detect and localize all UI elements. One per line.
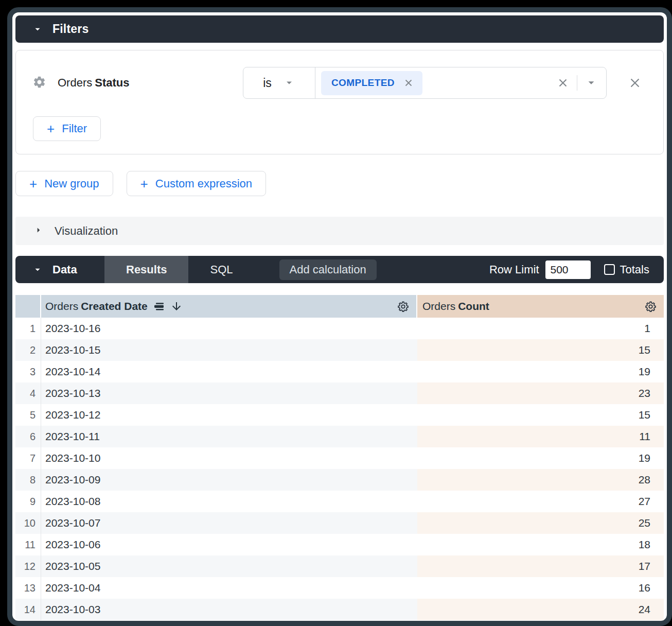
visualization-title: Visualization bbox=[55, 224, 118, 238]
table-row: 2 2023-10-15 15 bbox=[15, 339, 664, 361]
count-cell[interactable]: 19 bbox=[417, 447, 664, 469]
row-index: 4 bbox=[15, 382, 41, 404]
totals-checkbox[interactable] bbox=[604, 264, 615, 275]
table-row: 1 2023-10-16 1 bbox=[15, 318, 664, 339]
created-date-cell[interactable]: 2023-10-13 bbox=[41, 382, 417, 404]
row-index: 7 bbox=[15, 447, 41, 469]
table-row: 12 2023-10-05 17 bbox=[15, 555, 664, 577]
row-index: 10 bbox=[15, 512, 41, 534]
collapse-caret-icon[interactable] bbox=[32, 24, 43, 35]
count-cell[interactable]: 27 bbox=[417, 491, 664, 512]
sort-descending-arrow-icon[interactable] bbox=[170, 300, 183, 312]
row-index: 11 bbox=[15, 534, 41, 555]
created-date-cell[interactable]: 2023-10-06 bbox=[41, 534, 417, 555]
filters-title: Filters bbox=[52, 22, 89, 36]
explore-content: Filters OrdersStatus is bbox=[12, 12, 667, 623]
count-cell[interactable]: 24 bbox=[417, 599, 664, 620]
count-cell[interactable]: 1 bbox=[417, 318, 664, 339]
add-calculation-button[interactable]: Add calculation bbox=[279, 259, 377, 280]
created-date-cell[interactable]: 2023-10-03 bbox=[41, 599, 417, 620]
created-date-cell[interactable]: 2023-10-08 bbox=[41, 491, 417, 512]
filter-actions-row: + New group + Custom expression bbox=[15, 171, 664, 196]
row-limit-input[interactable] bbox=[545, 260, 591, 279]
count-cell[interactable]: 15 bbox=[417, 339, 664, 361]
visualization-section-header[interactable]: Visualization bbox=[15, 217, 664, 245]
count-cell[interactable]: 23 bbox=[417, 382, 664, 404]
row-index: 5 bbox=[15, 404, 41, 426]
created-date-cell[interactable]: 2023-10-16 bbox=[41, 318, 417, 339]
subtotal-icon bbox=[153, 300, 165, 312]
created-date-cell[interactable]: 2023-10-05 bbox=[41, 555, 417, 577]
row-index: 2 bbox=[15, 339, 41, 361]
created-date-cell[interactable]: 2023-10-14 bbox=[41, 361, 417, 382]
count-cell[interactable]: 17 bbox=[417, 555, 664, 577]
custom-expression-button[interactable]: + Custom expression bbox=[127, 171, 267, 196]
table-row: 8 2023-10-09 28 bbox=[15, 469, 664, 491]
count-cell[interactable]: 18 bbox=[417, 534, 664, 555]
count-cell[interactable]: 16 bbox=[417, 577, 664, 599]
row-index: 9 bbox=[15, 491, 41, 512]
data-title: Data bbox=[52, 263, 77, 276]
count-cell[interactable]: 15 bbox=[417, 404, 664, 426]
data-section-header: Data Results SQL Add calculation Row Lim… bbox=[15, 256, 664, 283]
app-window: Filters OrdersStatus is bbox=[7, 7, 672, 626]
filter-gear-icon[interactable] bbox=[32, 75, 46, 91]
row-index: 8 bbox=[15, 469, 41, 491]
results-table: Orders Created Date Orders Count bbox=[15, 295, 664, 620]
table-row: 3 2023-10-14 19 bbox=[15, 361, 664, 382]
created-date-cell[interactable]: 2023-10-04 bbox=[41, 577, 417, 599]
table-row: 7 2023-10-10 19 bbox=[15, 447, 664, 469]
gear-icon[interactable] bbox=[644, 300, 657, 313]
count-cell[interactable]: 25 bbox=[417, 512, 664, 534]
count-cell[interactable]: 11 bbox=[417, 426, 664, 447]
filter-value-chip: COMPLETED bbox=[321, 71, 422, 95]
created-date-cell[interactable]: 2023-10-09 bbox=[41, 469, 417, 491]
totals-label: Totals bbox=[620, 263, 649, 276]
column-header-count[interactable]: Orders Count bbox=[417, 295, 664, 318]
table-row: 4 2023-10-13 23 bbox=[15, 382, 664, 404]
filter-operator-select[interactable]: is bbox=[243, 67, 315, 98]
count-cell[interactable]: 19 bbox=[417, 361, 664, 382]
collapse-caret-icon[interactable] bbox=[32, 264, 43, 275]
spacer bbox=[377, 256, 489, 283]
row-index: 14 bbox=[15, 599, 41, 620]
value-divider bbox=[577, 75, 577, 91]
table-row: 9 2023-10-08 27 bbox=[15, 491, 664, 512]
table-row: 14 2023-10-03 24 bbox=[15, 599, 664, 620]
count-cell[interactable]: 28 bbox=[417, 469, 664, 491]
column-header-created-date[interactable]: Orders Created Date bbox=[41, 295, 417, 318]
table-row: 6 2023-10-11 11 bbox=[15, 426, 664, 447]
created-date-cell[interactable]: 2023-10-15 bbox=[41, 339, 417, 361]
row-index: 6 bbox=[15, 426, 41, 447]
data-section-toggle[interactable]: Data bbox=[15, 256, 104, 283]
table-row: 11 2023-10-06 18 bbox=[15, 534, 664, 555]
row-index: 13 bbox=[15, 577, 41, 599]
filter-panel: OrdersStatus is COMPLETED bbox=[15, 50, 664, 154]
table-row: 13 2023-10-04 16 bbox=[15, 577, 664, 599]
created-date-cell[interactable]: 2023-10-12 bbox=[41, 404, 417, 426]
tab-sql[interactable]: SQL bbox=[188, 256, 254, 283]
new-group-button[interactable]: + New group bbox=[15, 171, 113, 196]
row-index: 12 bbox=[15, 555, 41, 577]
filter-row: OrdersStatus is COMPLETED bbox=[28, 67, 651, 99]
tab-results[interactable]: Results bbox=[104, 256, 188, 283]
remove-filter-icon[interactable] bbox=[627, 75, 643, 91]
table-header-row: Orders Created Date Orders Count bbox=[15, 295, 664, 318]
chip-label: COMPLETED bbox=[331, 77, 395, 89]
value-dropdown-caret-icon[interactable] bbox=[585, 76, 598, 90]
chip-remove-icon[interactable] bbox=[403, 77, 414, 89]
filters-section-header[interactable]: Filters bbox=[15, 15, 664, 43]
gear-icon[interactable] bbox=[397, 300, 410, 313]
filter-value-input[interactable]: COMPLETED bbox=[315, 67, 606, 98]
filter-operator-value: is bbox=[263, 76, 272, 90]
created-date-cell[interactable]: 2023-10-11 bbox=[41, 426, 417, 447]
created-date-cell[interactable]: 2023-10-10 bbox=[41, 447, 417, 469]
row-index: 3 bbox=[15, 361, 41, 382]
row-index: 1 bbox=[15, 318, 41, 339]
filter-condition-control: is COMPLETED bbox=[243, 67, 607, 99]
created-date-cell[interactable]: 2023-10-07 bbox=[41, 512, 417, 534]
clear-values-icon[interactable] bbox=[556, 76, 570, 90]
expand-caret-icon[interactable] bbox=[33, 224, 44, 238]
add-filter-button[interactable]: + Filter bbox=[33, 116, 101, 141]
filter-field-label: OrdersStatus bbox=[58, 76, 130, 90]
